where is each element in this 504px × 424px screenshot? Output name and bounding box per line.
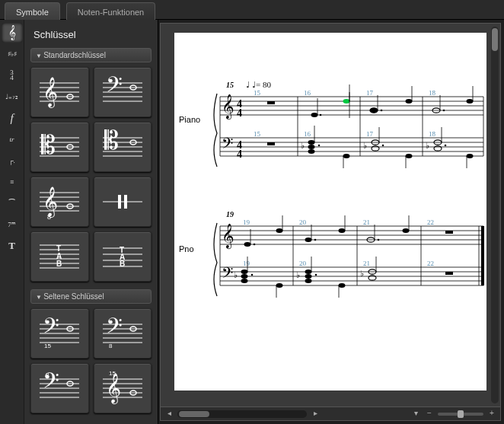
svg-point-190 — [241, 274, 248, 279]
svg-text:8: 8 — [47, 213, 51, 221]
svg-point-199 — [339, 228, 346, 233]
svg-point-155 — [467, 154, 474, 158]
category-ornaments-icon[interactable]: tr — [2, 129, 23, 149]
clef-treble-15ma[interactable]: 𝄞15 — [94, 363, 152, 413]
horizontal-scrollbar[interactable] — [177, 410, 307, 418]
svg-text:21: 21 — [363, 260, 370, 267]
svg-text:19: 19 — [243, 218, 250, 226]
zoom-slider[interactable] — [438, 413, 483, 416]
zoom-out-icon[interactable]: − — [424, 409, 435, 419]
svg-text:♭: ♭ — [426, 141, 429, 150]
svg-point-142 — [382, 145, 384, 147]
svg-text:16: 16 — [304, 130, 311, 138]
score-scroll[interactable]: Piano 15 ♩ ♩= 80 — [161, 24, 500, 406]
svg-point-185 — [254, 244, 256, 246]
vertical-scrollbar[interactable] — [491, 27, 499, 403]
category-strip: 𝄞 ♯♭♯ 34 ♩₌₇₂ f tr ┌. ≡ ⁀ 7ᵐ T — [0, 20, 24, 424]
clef-tab-4[interactable]: TAB — [94, 231, 152, 282]
svg-text:♭: ♭ — [363, 141, 367, 150]
svg-rect-219 — [445, 272, 453, 275]
svg-point-191 — [241, 279, 248, 283]
svg-point-196 — [305, 238, 312, 242]
svg-text:18: 18 — [429, 130, 436, 138]
system-2: Pno 19 𝄞 𝄢 — [182, 208, 482, 299]
svg-point-130 — [318, 145, 321, 147]
svg-text:15: 15 — [44, 343, 51, 349]
score-page[interactable]: Piano 15 ♩ ♩= 80 — [174, 33, 486, 391]
clef-bass-8vb[interactable]: 𝄢8 — [94, 308, 152, 359]
svg-point-126 — [308, 140, 315, 145]
category-tempo-icon[interactable]: ♩₌₇₂ — [2, 87, 23, 107]
svg-point-193 — [251, 274, 254, 276]
clef-tab-6[interactable]: TAB — [30, 231, 89, 282]
svg-point-143 — [406, 154, 413, 158]
clef-percussion[interactable] — [94, 177, 152, 227]
svg-point-211 — [378, 239, 380, 241]
scroll-right-icon[interactable]: ▸ — [310, 409, 321, 419]
category-timesig-icon[interactable]: 34 — [2, 65, 23, 85]
clef-treble[interactable]: 𝄞 — [30, 67, 89, 117]
svg-text:𝄡: 𝄡 — [104, 126, 119, 155]
svg-text:17: 17 — [366, 89, 374, 97]
svg-point-198 — [314, 239, 317, 241]
section-standard-clefs[interactable]: Standardschlüssel — [30, 48, 152, 62]
tab-note-functions[interactable]: Noten-Funktionen — [66, 2, 155, 21]
start-measure-1: 15 — [226, 81, 234, 89]
category-lines-icon[interactable]: ┌. — [2, 151, 23, 171]
clef-bass[interactable]: 𝄢 — [94, 67, 152, 117]
clef-tenor[interactable]: 𝄡 — [94, 122, 152, 172]
system-1: Piano 15 ♩ ♩= 80 — [182, 78, 482, 170]
svg-point-212 — [403, 228, 410, 233]
clef-treble-8vb[interactable]: 𝄞 8 — [30, 177, 89, 227]
category-fingering-icon[interactable]: 7ᵐ — [2, 215, 23, 234]
svg-point-135 — [381, 110, 383, 112]
category-dynamics-icon[interactable]: f — [2, 108, 23, 128]
svg-text:4: 4 — [237, 107, 242, 119]
svg-text:𝄞: 𝄞 — [222, 94, 234, 120]
svg-point-186 — [276, 228, 283, 233]
svg-text:𝄢: 𝄢 — [222, 265, 233, 285]
start-measure-2: 19 — [226, 210, 234, 218]
category-clefs-icon[interactable]: 𝄞 — [2, 23, 23, 43]
palette-scroll[interactable]: Schlüssel Standardschlüssel 𝄞 — [24, 20, 158, 424]
svg-text:𝄞: 𝄞 — [106, 373, 121, 404]
svg-text:𝄞: 𝄞 — [8, 25, 16, 40]
view-mode-icon[interactable]: ▾ — [410, 409, 421, 419]
clef-alto[interactable]: 𝄡 — [30, 122, 89, 172]
palette-title: Schlüssel — [30, 24, 152, 48]
tab-symbols[interactable]: Symbole — [5, 2, 60, 21]
section-rare-clefs[interactable]: Seltene Schlüssel — [30, 289, 152, 304]
svg-text:15: 15 — [254, 130, 261, 138]
zoom-in-icon[interactable]: + — [486, 409, 497, 419]
svg-point-131 — [343, 154, 350, 158]
svg-text:𝄡: 𝄡 — [41, 131, 56, 159]
category-keysig-icon[interactable]: ♯♭♯ — [2, 44, 23, 64]
svg-text:𝄢: 𝄢 — [43, 314, 59, 343]
category-arpeggio-icon[interactable]: ⁀ — [2, 193, 23, 213]
svg-point-183 — [244, 242, 251, 247]
svg-point-207 — [339, 283, 346, 288]
category-text-icon[interactable]: T — [2, 236, 23, 256]
svg-text:𝄞: 𝄞 — [43, 77, 58, 108]
category-repeats-icon[interactable]: ≡ — [2, 172, 23, 192]
clef-bass-15mb[interactable]: 𝄢15 — [30, 308, 89, 359]
svg-point-133 — [370, 108, 378, 113]
svg-text:4: 4 — [237, 148, 242, 160]
svg-text:𝄞: 𝄞 — [222, 223, 234, 250]
svg-rect-218 — [445, 231, 453, 234]
scroll-left-icon[interactable]: ◂ — [164, 409, 174, 419]
svg-rect-39 — [124, 195, 127, 209]
svg-point-147 — [443, 110, 445, 112]
svg-rect-118 — [267, 101, 275, 104]
svg-text:22: 22 — [427, 218, 434, 226]
svg-point-123 — [343, 99, 350, 104]
svg-point-148 — [467, 99, 474, 104]
score-bottom-bar: ◂ ▸ ▾ − + — [161, 406, 500, 420]
svg-rect-38 — [118, 195, 121, 209]
top-tabs: Symbole Noten-Funktionen — [0, 0, 504, 20]
svg-text:♭: ♭ — [234, 270, 238, 279]
instrument-label-2: Pno — [179, 244, 194, 253]
svg-text:𝄢: 𝄢 — [106, 73, 123, 101]
clef-bass-8va[interactable]: 𝄢8 — [30, 363, 89, 413]
svg-text:21: 21 — [363, 218, 370, 226]
